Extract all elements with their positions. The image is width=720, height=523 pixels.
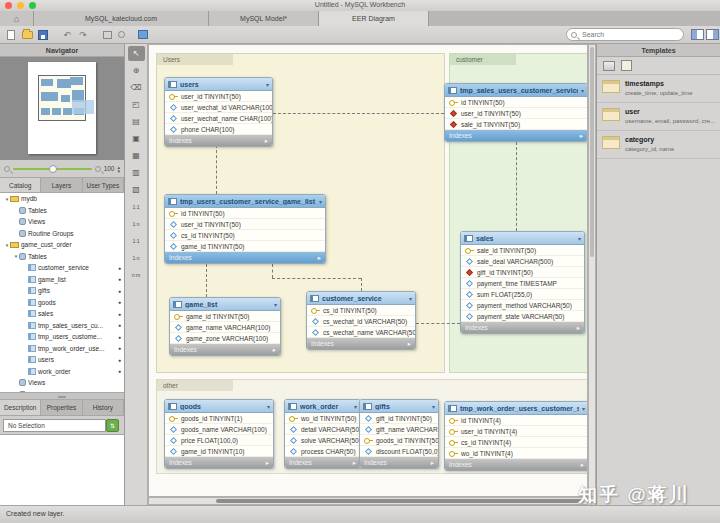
tree-item-mydb[interactable]: ▾mydb [0, 193, 124, 205]
tree-item-tmp-work-order-use-[interactable]: tmp_work_order_use...● [0, 343, 124, 355]
search-box[interactable] [566, 28, 684, 41]
nav-tab-catalog[interactable]: Catalog [0, 178, 41, 192]
table-header-sales[interactable]: sales▾ [461, 232, 584, 245]
home-tab[interactable]: ⌂ [0, 11, 34, 26]
routine-group-tool[interactable]: ▧ [128, 182, 145, 197]
table-tool[interactable]: ▦ [128, 148, 145, 163]
v-scroll-thumb[interactable] [590, 47, 594, 257]
overview-button[interactable] [114, 28, 128, 41]
collapse-arrow-icon[interactable]: ▾ [354, 403, 357, 410]
table-header-customerservice[interactable]: customer_service▾ [307, 292, 415, 305]
canvas-vertical-scrollbar[interactable] [588, 44, 596, 497]
redo-button[interactable]: ↷ [76, 28, 90, 41]
image-tool[interactable]: ▣ [128, 131, 145, 146]
navigator-minimap[interactable] [0, 57, 124, 160]
tab-properties[interactable]: Properties [41, 400, 82, 415]
table-header-tmpusers[interactable]: tmp_users_customer_service_game_list▾ [165, 195, 325, 208]
tab-history[interactable]: History [83, 400, 124, 415]
nav-tab-user-types[interactable]: User Types [83, 178, 124, 192]
zoom-to-fit-button[interactable] [100, 28, 114, 41]
tree-item-tables[interactable]: ▾Tables [0, 251, 124, 263]
table-customerservice[interactable]: customer_service▾cs_id TINYINT(50)cs_wec… [306, 291, 416, 350]
collapse-arrow-icon[interactable]: ▾ [266, 81, 269, 88]
eer-diagram-canvas[interactable]: othercustomerUsers users▾user_id TINYINT… [148, 44, 588, 497]
collapse-arrow-icon[interactable]: ▾ [581, 87, 584, 94]
table-footer[interactable]: Indexes▸ [445, 459, 588, 470]
tree-item-tmp-users-custome-[interactable]: tmp_users_custome...● [0, 331, 124, 343]
template-item-timestamps[interactable]: timestampscreate_time, update_time [597, 75, 720, 103]
tree-item-tmp-sales-users-cu-[interactable]: tmp_sales_users_cu...● [0, 320, 124, 332]
tree-item-views[interactable]: Views [0, 377, 124, 389]
tab-description[interactable]: Description [0, 400, 41, 415]
table-header-users[interactable]: users▾ [165, 78, 272, 91]
table-footer[interactable]: Indexes▸ [165, 135, 272, 146]
table-users[interactable]: users▾user_id TINYINT(50)user_wechat_id … [164, 77, 273, 147]
nav-tab-layers[interactable]: Layers [41, 178, 82, 192]
zoom-out-icon[interactable] [4, 166, 10, 172]
undo-button[interactable]: ↶ [60, 28, 74, 41]
template-list-view-icon[interactable] [603, 61, 615, 71]
tree-item-tables[interactable]: Tables [0, 205, 124, 217]
collapse-arrow-icon[interactable]: ▾ [319, 198, 322, 205]
eraser-tool[interactable]: ⌫ [128, 80, 145, 95]
tree-item-customer-service[interactable]: customer_service● [0, 262, 124, 274]
canvas-horizontal-scrollbar[interactable] [148, 497, 588, 505]
collapse-arrow-icon[interactable]: ▾ [267, 403, 270, 410]
layer-tool[interactable]: ◰ [128, 97, 145, 112]
tree-item-routine-groups[interactable]: Routine Groups [0, 228, 124, 240]
table-header-tmpsales[interactable]: tmp_sales_users_customer_service▾ [445, 84, 587, 97]
collapse-arrow-icon[interactable]: ▾ [432, 403, 435, 410]
new-diagram-button[interactable] [136, 28, 150, 41]
table-footer[interactable]: Indexes▸ [285, 457, 360, 468]
search-input[interactable] [580, 30, 670, 39]
table-header-gifts[interactable]: gifts▾ [360, 400, 438, 413]
tree-item-work-order[interactable]: work_order● [0, 366, 124, 378]
zoom-slider-knob[interactable] [49, 165, 57, 173]
table-header-tmpworkorder[interactable]: tmp_work_order_users_customer_s▾ [445, 402, 588, 415]
template-item-user[interactable]: userusername, email, password, cre... [597, 103, 720, 131]
collapse-arrow-icon[interactable]: ▾ [582, 405, 585, 412]
selection-dropdown-button[interactable]: ⇅ [106, 419, 119, 432]
zoom-stepper[interactable]: ▴▾ [117, 165, 120, 173]
h-scroll-thumb[interactable] [216, 499, 584, 503]
rel-n-m-identifying-tool[interactable]: n:m [128, 267, 145, 282]
table-footer[interactable]: Indexes▸ [461, 322, 584, 333]
table-workorder[interactable]: work_order▾wo_id TINYINT(50)detail VARCH… [284, 399, 361, 469]
table-gifts[interactable]: gifts▾gift_id TINYINT(50)gift_name VARCH… [359, 399, 439, 469]
view-tool[interactable]: ▥ [128, 165, 145, 180]
tree-item-game-cust-order[interactable]: ▾game_cust_order [0, 239, 124, 251]
template-card-view-icon[interactable] [621, 60, 632, 71]
table-gamelist[interactable]: game_list▾game_id TINYINT(50)game_name V… [169, 297, 281, 356]
table-header-goods[interactable]: goods▾ [165, 400, 273, 413]
selection-dropdown[interactable]: No Selection [3, 419, 106, 432]
tab-mysql-model-[interactable]: MySQL Model* [209, 11, 319, 26]
table-footer[interactable]: Indexes▸ [307, 338, 415, 349]
note-tool[interactable]: ▤ [128, 114, 145, 129]
table-footer[interactable]: Indexes▸ [445, 130, 587, 141]
cursor-tool[interactable]: ↖ [128, 46, 145, 61]
sidebar-splitter[interactable] [0, 392, 124, 400]
zoom-in-icon[interactable] [95, 166, 101, 172]
table-footer[interactable]: Indexes▸ [170, 344, 280, 355]
rel-1-1-identifying-tool[interactable]: 1:1 [128, 233, 145, 248]
table-goods[interactable]: goods▾goods_id TINYINT(1)goods_name VARC… [164, 399, 274, 469]
tree-item-game-list[interactable]: game_list● [0, 274, 124, 286]
table-tmpworkorder[interactable]: tmp_work_order_users_customer_s▾id TINYI… [444, 401, 588, 471]
table-header-workorder[interactable]: work_order▾ [285, 400, 360, 413]
tree-item-views[interactable]: Views [0, 216, 124, 228]
table-footer[interactable]: Indexes▸ [360, 457, 438, 468]
table-footer[interactable]: Indexes▸ [165, 252, 325, 263]
toggle-right-panel-button[interactable] [706, 29, 719, 40]
collapse-arrow-icon[interactable]: ▾ [578, 235, 581, 242]
rel-1-n-identifying-tool[interactable]: 1:n [128, 250, 145, 265]
table-tmpusers[interactable]: tmp_users_customer_service_game_list▾id … [164, 194, 326, 264]
table-sales[interactable]: sales▾sale_id TINYINT(50)sale_deal VARCH… [460, 231, 585, 334]
tree-item-users[interactable]: users● [0, 354, 124, 366]
collapse-arrow-icon[interactable]: ▾ [274, 301, 277, 308]
toggle-left-panel-button[interactable] [691, 29, 704, 40]
tab-eer-diagram[interactable]: EER Diagram [319, 11, 429, 26]
open-model-button[interactable] [20, 28, 34, 41]
table-header-gamelist[interactable]: game_list▾ [170, 298, 280, 311]
tree-item-goods[interactable]: goods● [0, 297, 124, 309]
rel-1-1-non-identifying-tool[interactable]: 1:1 [128, 199, 145, 214]
